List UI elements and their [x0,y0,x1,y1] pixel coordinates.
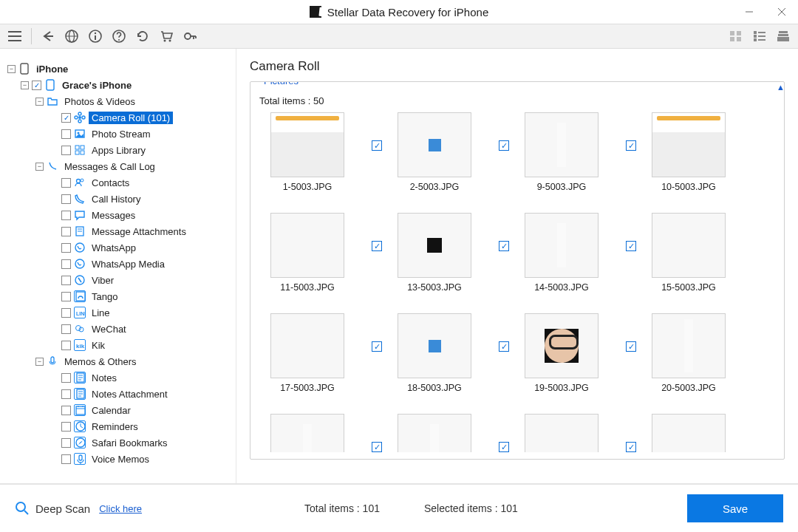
checkbox[interactable] [61,194,71,204]
help-icon[interactable] [112,29,126,44]
thumbnail-item[interactable]: ✓15-5003.JPG [641,213,737,293]
tree-item-label[interactable]: Photo Stream [89,128,154,140]
tree-item-label[interactable]: Voice Memos [89,453,152,466]
checkbox[interactable] [61,129,71,139]
checkbox[interactable] [61,227,71,236]
thumbnail-checkbox[interactable]: ✓ [626,140,636,151]
thumbnail-image[interactable] [525,213,598,278]
thumbnail-item[interactable]: ✓20-5003.JPG [641,313,737,393]
checkbox[interactable] [61,276,71,285]
expand-toggle[interactable]: − [35,98,44,106]
thumbnail-checkbox[interactable]: ✓ [372,341,382,352]
checkbox[interactable] [61,178,71,188]
checkbox[interactable] [61,308,71,318]
tree-group-label[interactable]: Memos & Others [61,355,140,368]
thumbnail-checkbox[interactable]: ✓ [372,442,382,452]
checkbox[interactable] [61,406,71,415]
thumbnail-item[interactable]: ✓24-5003.JPG [641,414,737,452]
thumbnail-scroll[interactable]: ✓1-5003.JPG✓2-5003.JPG✓9-5003.JPG✓10-500… [259,112,775,452]
thumbnail-checkbox[interactable]: ✓ [372,140,382,151]
tree-group-label[interactable]: Messages & Call Log [61,160,158,173]
thumbnail-image[interactable] [398,213,471,278]
checkbox[interactable] [61,341,71,350]
checkbox[interactable] [61,211,71,220]
checkbox[interactable] [61,146,71,155]
globe-icon[interactable] [64,29,79,44]
thumbnail-image[interactable] [270,313,344,378]
thumbnail-item[interactable]: ✓9-5003.JPG [514,112,610,192]
thumbnail-checkbox[interactable]: ✓ [499,341,509,352]
thumbnail-image[interactable] [652,414,726,452]
checkbox[interactable] [61,422,71,432]
tree-item-label[interactable]: Messages [89,209,138,222]
tree-root-label[interactable]: iPhone [33,63,71,75]
thumbnail-image[interactable] [270,414,344,452]
tree-item-label[interactable]: Reminders [89,420,141,433]
expand-toggle[interactable]: − [7,65,16,73]
thumbnail-checkbox[interactable]: ✓ [626,341,636,352]
tree-item-label[interactable]: Kik [89,339,108,352]
thumbnail-item[interactable]: ✓11-5003.JPG [259,213,355,293]
thumbnail-image[interactable] [652,313,726,378]
tree-item-label[interactable]: Message Attachments [89,225,189,238]
menu-icon[interactable] [7,29,22,44]
save-button[interactable]: Save [687,494,783,522]
tree-device-label[interactable]: Grace's iPhone [59,79,134,92]
checkbox[interactable]: ✓ [32,81,41,90]
thumbnail-image[interactable] [652,112,726,177]
thumbnail-item[interactable]: ✓14-5003.JPG [514,213,610,293]
expand-toggle[interactable]: − [35,163,44,171]
checkbox[interactable] [61,389,71,399]
tree-item-label[interactable]: WhatsApp Media [89,258,168,270]
thumbnail-image[interactable] [525,414,598,452]
thumbnail-item[interactable]: ✓10-5003.JPG [641,112,737,192]
tree-item-label[interactable]: WhatsApp [89,242,139,254]
tree-item-label[interactable]: Call History [89,193,143,205]
thumbnail-item[interactable]: ✓17-5003.JPG [259,313,355,393]
thumbnail-image[interactable] [398,414,471,452]
view-stack-icon[interactable] [776,29,791,44]
thumbnail-item[interactable]: ✓22-5003.JPG [386,414,482,452]
key-icon[interactable] [183,29,197,44]
checkbox[interactable] [61,454,71,464]
info-icon[interactable] [88,29,103,44]
thumbnail-image[interactable] [270,213,344,278]
tree-item-label[interactable]: Viber [89,274,117,287]
thumbnail-checkbox[interactable]: ✓ [499,140,509,151]
checkbox[interactable]: ✓ [61,113,71,123]
checkbox[interactable] [61,324,71,334]
back-icon[interactable] [41,29,55,44]
thumbnail-item[interactable]: ✓19-5003.JPG [514,313,610,393]
tree-item-label[interactable]: Notes Attachment [89,388,171,400]
thumbnail-item[interactable]: ✓18-5003.JPG [386,313,482,393]
checkbox[interactable] [61,373,71,383]
checkbox[interactable] [61,438,71,448]
minimize-button[interactable] [733,0,765,24]
expand-toggle[interactable]: − [35,358,44,366]
sidebar-tree[interactable]: − iPhone − ✓ Grace's iPhone −Photos & Vi… [0,49,236,483]
checkbox[interactable] [61,259,71,269]
tree-item-label[interactable]: Apps Library [89,144,149,157]
tree-item-label[interactable]: Contacts [89,177,132,189]
tree-item-label[interactable]: Tango [89,290,120,303]
cart-icon[interactable] [159,29,174,44]
thumbnail-item[interactable]: ✓13-5003.JPG [386,213,482,293]
view-list-icon[interactable] [752,29,767,44]
refresh-icon[interactable] [135,29,150,44]
tree-item-label[interactable]: Notes [89,372,120,384]
tree-group-label[interactable]: Photos & Videos [61,95,138,108]
thumbnail-checkbox[interactable]: ✓ [626,241,636,251]
thumbnail-checkbox[interactable]: ✓ [499,241,509,251]
thumbnail-item[interactable]: ✓21-5003.JPG [259,414,355,452]
thumbnail-image[interactable] [525,313,598,378]
thumbnail-item[interactable]: ✓23-5003.JPG [514,414,610,452]
thumbnail-image[interactable] [398,313,471,378]
thumbnail-checkbox[interactable]: ✓ [626,442,636,452]
view-grid-icon[interactable] [729,29,743,44]
checkbox[interactable] [61,292,71,301]
thumbnail-checkbox[interactable]: ✓ [499,442,509,452]
expand-toggle[interactable]: − [21,81,29,89]
thumbnail-checkbox[interactable]: ✓ [372,241,382,251]
checkbox[interactable] [61,243,71,253]
thumbnail-image[interactable] [525,112,598,177]
